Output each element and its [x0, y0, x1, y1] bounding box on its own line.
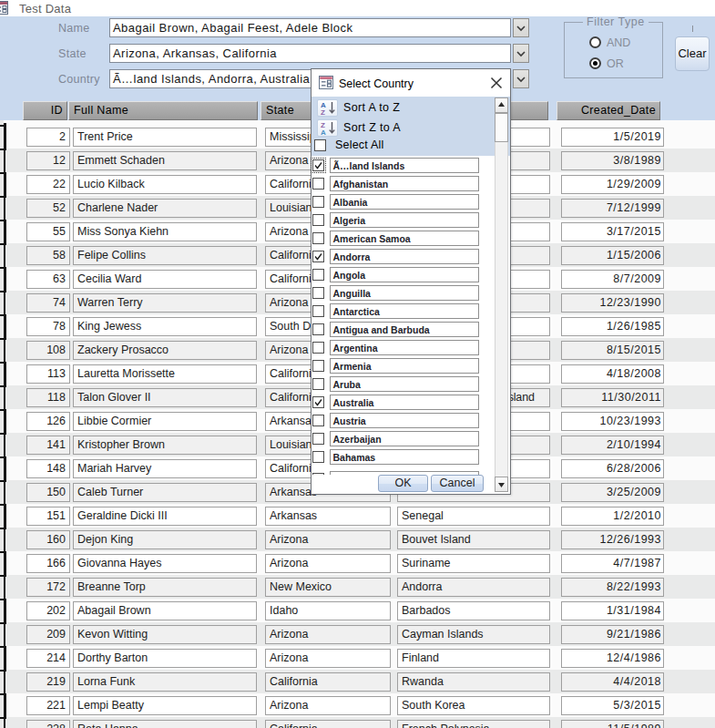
svg-text:Z: Z [321, 108, 325, 116]
svg-text:A: A [321, 128, 326, 136]
